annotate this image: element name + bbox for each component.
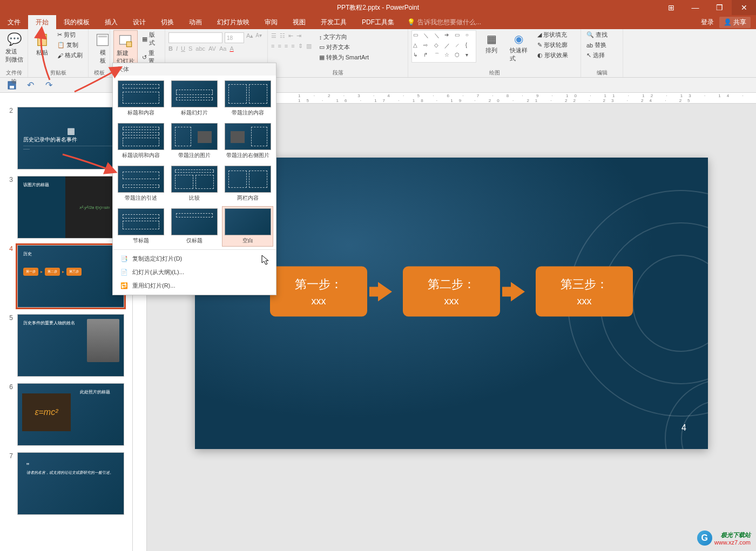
shapes-gallery[interactable]: ▭＼＼➔▭○ △⇨◇／⟋{ ↳↱⌒☆⬡▾ — [411, 30, 476, 63]
format-painter-button[interactable]: 🖌格式刷 — [55, 51, 85, 60]
underline-button[interactable]: U — [181, 45, 185, 52]
thumbnail-5[interactable]: 5 历史事件的重要人物的姓名 — [0, 311, 132, 380]
tab-home[interactable]: 开始 — [28, 15, 56, 29]
share-button[interactable]: 👤共享 — [719, 17, 751, 28]
replace-button[interactable]: ab替换 — [584, 40, 610, 50]
quick-styles-button[interactable]: ◉ 快速样 式 — [507, 30, 531, 65]
layout-button[interactable]: ▦版式 — [140, 30, 161, 47]
increase-indent-button[interactable]: ⇥ — [296, 32, 301, 39]
login-link[interactable]: 登录 — [701, 18, 714, 27]
justify-button[interactable]: ≡ — [291, 43, 294, 50]
layout-caption-right-picture[interactable]: 带题注的右侧图片 — [222, 121, 273, 161]
tab-file[interactable]: 文件 — [0, 15, 28, 29]
tell-me-search[interactable]: 💡 告诉我您想要做什么... — [407, 15, 481, 29]
layout-title-desc-content[interactable]: 标题说明和内容 — [116, 121, 166, 161]
undo-button[interactable]: ↶ — [24, 79, 37, 92]
strikethrough-button[interactable]: S — [188, 45, 192, 52]
shape-arrow2-icon[interactable]: ⇨ — [423, 42, 433, 51]
layout-section-header[interactable]: 节标题 — [116, 207, 166, 246]
text-direction-button[interactable]: ↕文字方向 — [317, 32, 371, 42]
arrange-button[interactable]: ▦ 排列 — [481, 30, 502, 57]
duplicate-slide-menu[interactable]: 📑复制选定幻灯片(D) — [113, 252, 276, 266]
layout-title-only[interactable]: 仅标题 — [170, 207, 220, 246]
shape-curve2-icon[interactable]: ⌒ — [434, 52, 443, 61]
font-size-dropdown[interactable]: 18 — [225, 32, 244, 43]
step-1-box[interactable]: 第一步：xxx — [270, 267, 367, 317]
thumbnail-6[interactable]: 6 ε=mc²此处照片的标题 — [0, 380, 132, 449]
shadow-button[interactable]: abc — [195, 45, 205, 52]
layout-caption-picture[interactable]: 带题注的图片 — [170, 121, 220, 161]
font-color-button[interactable]: A — [230, 45, 233, 52]
shape-line-icon[interactable]: ＼ — [423, 32, 433, 41]
align-text-button[interactable]: ▭对齐文本 — [317, 43, 371, 52]
layout-title-slide[interactable]: 标题幻灯片 — [170, 79, 220, 118]
layout-blank[interactable]: 空白 — [222, 207, 273, 246]
shape-effects-button[interactable]: ◐形状效果 — [535, 51, 570, 60]
step-2-box[interactable]: 第二步：xxx — [403, 267, 500, 317]
close-button[interactable]: ✕ — [732, 0, 756, 15]
decrease-font-icon[interactable]: A▾ — [255, 32, 262, 43]
shape-connector2-icon[interactable]: ↱ — [423, 52, 433, 61]
shape-tri-icon[interactable]: △ — [413, 42, 422, 51]
shape-hex-icon[interactable]: ⬡ — [455, 52, 464, 61]
layout-quote[interactable]: 带题注的引述 — [116, 164, 166, 203]
send-wechat-button[interactable]: 💬 发送 到微信 — [3, 30, 25, 66]
decrease-indent-button[interactable]: ⇤ — [288, 32, 293, 39]
columns-button[interactable]: ▥ — [306, 43, 312, 50]
reuse-slides-menu[interactable]: 🔁重用幻灯片(R)... — [113, 279, 276, 292]
shape-curve-icon[interactable]: ⟋ — [455, 42, 464, 51]
align-left-button[interactable]: ≡ — [271, 43, 274, 50]
layout-caption-content[interactable]: 带题注的内容 — [222, 79, 273, 118]
step-3-box[interactable]: 第三步：xxx — [536, 267, 633, 317]
shape-arrow-icon[interactable]: ➔ — [444, 32, 454, 41]
shape-more-icon[interactable]: ▾ — [465, 52, 475, 61]
change-case-button[interactable]: Aa — [219, 45, 226, 52]
layout-two-column[interactable]: 两栏内容 — [222, 164, 273, 203]
minimize-button[interactable]: — — [683, 0, 707, 15]
find-button[interactable]: 🔍查找 — [584, 30, 610, 39]
select-button[interactable]: ↖选择 — [584, 51, 610, 60]
align-right-button[interactable]: ≡ — [285, 43, 288, 50]
shape-line3-icon[interactable]: ／ — [444, 42, 454, 51]
tab-animations[interactable]: 动画 — [181, 15, 210, 29]
shape-diamond-icon[interactable]: ◇ — [434, 42, 443, 51]
tab-view[interactable]: 视图 — [285, 15, 313, 29]
smartart-button[interactable]: ▦转换为 SmartArt — [317, 53, 371, 62]
layout-title-content[interactable]: 标题和内容 — [116, 79, 166, 118]
maximize-button[interactable]: ❐ — [707, 0, 732, 15]
shape-line2-icon[interactable]: ＼ — [434, 32, 443, 41]
tab-slideshow[interactable]: 幻灯片放映 — [210, 15, 257, 29]
increase-font-icon[interactable]: A▴ — [246, 32, 253, 43]
slides-from-outline-menu[interactable]: 📄幻灯片(从大纲)(L)... — [113, 266, 276, 279]
shape-star-icon[interactable]: ☆ — [444, 52, 454, 61]
paste-button[interactable]: 粘贴 — [31, 30, 53, 59]
font-family-dropdown[interactable] — [168, 32, 222, 43]
tab-pdf-tools[interactable]: PDF工具集 — [354, 15, 402, 29]
shape-fill-button[interactable]: ◢形状填充 — [535, 30, 570, 39]
shape-oval-icon[interactable]: ○ — [465, 32, 475, 41]
italic-button[interactable]: I — [176, 45, 178, 52]
copy-button[interactable]: 📋复制 — [55, 40, 85, 50]
bold-button[interactable]: B — [168, 45, 173, 52]
shape-rect2-icon[interactable]: ▭ — [455, 32, 464, 41]
tab-transitions[interactable]: 切换 — [153, 15, 181, 29]
tab-my-templates[interactable]: 我的模板 — [56, 15, 97, 29]
bullets-button[interactable]: ☰ — [271, 32, 276, 39]
layout-comparison[interactable]: 比较 — [170, 164, 220, 203]
shape-outline-button[interactable]: ✎形状轮廓 — [535, 40, 570, 50]
shape-rect-icon[interactable]: ▭ — [413, 32, 422, 41]
tab-insert[interactable]: 插入 — [97, 15, 125, 29]
ribbon-display-icon[interactable]: ⊞ — [659, 0, 683, 15]
thumbnail-7[interactable]: 7 "读者的名言，或支持的论论文或新研究的一般引述。 — [0, 449, 132, 518]
tab-review[interactable]: 审阅 — [257, 15, 285, 29]
cut-button[interactable]: ✂剪切 — [55, 30, 85, 39]
align-center-button[interactable]: ≡ — [278, 43, 281, 50]
redo-button[interactable]: ↷ — [42, 79, 55, 92]
tab-developer[interactable]: 开发工具 — [313, 15, 354, 29]
line-spacing-button[interactable]: ⇕ — [298, 43, 303, 50]
shape-connector-icon[interactable]: ↳ — [413, 52, 422, 61]
numbering-button[interactable]: ☷ — [280, 32, 285, 39]
shape-brace-icon[interactable]: { — [465, 42, 475, 51]
char-spacing-button[interactable]: AV — [208, 45, 216, 52]
tab-design[interactable]: 设计 — [125, 15, 153, 29]
